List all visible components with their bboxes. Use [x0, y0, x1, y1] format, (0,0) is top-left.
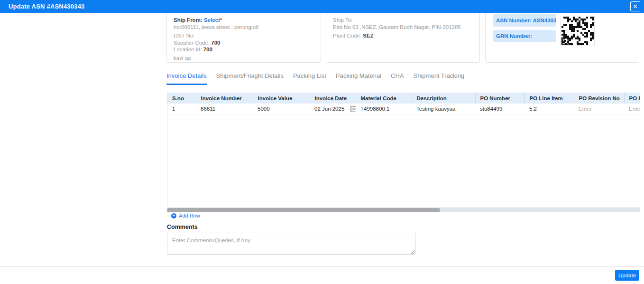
table-row: 1 66611 5000 02 Jun 2025 [167, 104, 640, 114]
ship-from-header: Ship From: Select* [174, 18, 314, 23]
location-id-label: Location Id: [174, 47, 202, 52]
col-description: Description [412, 93, 475, 104]
po-revision-no-placeholder: Enter [579, 106, 592, 112]
col-invoice-number: Invoice Number [196, 93, 253, 104]
detail-tabs: Invoice Details Shipment/Freight Details… [166, 72, 464, 85]
required-asterisk: * [220, 17, 222, 23]
close-icon: ✕ [633, 3, 638, 9]
col-po-line-item: PO Line Item [524, 93, 574, 104]
ship-from-card: Ship From: Select* no:000111, jeeva stre… [166, 12, 321, 63]
invoice-date-value[interactable]: 02 Jun 2025 [314, 106, 344, 112]
po-re-placeholder: Enter [629, 106, 640, 112]
cell-invoice-value[interactable]: 5000 [253, 104, 310, 114]
tab-cha[interactable]: CHA [391, 72, 404, 85]
comments-input[interactable] [167, 233, 415, 255]
col-po-number: PO Number [475, 93, 524, 104]
cell-po-re[interactable]: Enter [624, 104, 640, 114]
gst-no-label: GST No: [174, 33, 314, 39]
supplier-code-line: Supplier Code: 700 [174, 40, 314, 46]
tab-packing-list[interactable]: Packing List [293, 72, 326, 85]
qr-code-image [561, 16, 595, 46]
tab-shipment-tracking[interactable]: Shipment Tracking [414, 72, 465, 85]
plant-code-label: Plant Code: [333, 33, 361, 38]
supplier-code-label: Supplier Code: [174, 40, 210, 46]
cell-description[interactable]: Testing kaavyaa [412, 104, 475, 114]
cell-po-number[interactable]: stu84499 [475, 104, 524, 114]
col-po-re: PO Re [624, 93, 640, 104]
location-id-line: Location Id: 700 [174, 47, 314, 53]
cell-po-line-item[interactable]: 5.2 [524, 104, 574, 114]
update-button[interactable]: Update [615, 270, 639, 281]
cell-invoice-date[interactable]: 02 Jun 2025 [310, 104, 356, 114]
scrollbar-thumb[interactable] [167, 208, 440, 212]
ship-to-address: Plot No 63 ,NSEZ,,Gautam Budh Nagar, PIN… [333, 25, 473, 30]
calendar-icon[interactable] [350, 105, 356, 112]
col-sno: S.no [167, 93, 196, 104]
col-material-code: Material Code [356, 93, 412, 104]
dialog-title: Update ASN #ASN430343 [9, 3, 85, 10]
asn-number-badge: ASN Number: ASN430343 [493, 14, 556, 27]
supplier-code-value: 700 [211, 40, 220, 46]
col-po-revision-no: PO Revision No [574, 93, 624, 104]
invoice-table: S.no Invoice Number Invoice Value Invoic… [167, 93, 640, 208]
plant-code-value: SEZ [363, 33, 373, 38]
tab-packing-material[interactable]: Packing Material [336, 72, 381, 85]
comments-label: Comments [167, 224, 198, 230]
left-panel-divider [160, 13, 160, 266]
asn-grn-card: ASN Number: ASN430343 GRN Number: [485, 12, 639, 63]
close-button[interactable]: ✕ [630, 1, 640, 11]
ship-from-label: Ship From: [174, 17, 202, 23]
cell-sno: 1 [167, 104, 196, 114]
add-circle-icon: + [171, 213, 176, 218]
update-asn-dialog: Update ASN #ASN430343 ✕ Ship From: Selec… [0, 0, 644, 284]
contact-detail: 987654345 | 700@yopmail.com [174, 62, 314, 63]
col-invoice-date: Invoice Date [310, 93, 356, 104]
table-horizontal-scrollbar[interactable] [167, 208, 640, 212]
ship-to-label: Ship To: [333, 18, 473, 23]
ship-to-card: Ship To: Plot No 63 ,NSEZ,,Gautam Budh N… [326, 12, 480, 63]
add-row-button[interactable]: + Add Row [171, 213, 200, 218]
grn-number-badge: GRN Number: [493, 30, 556, 42]
plant-code-line: Plant Code: SEZ [333, 33, 473, 39]
ship-from-select-link[interactable]: Select [204, 17, 220, 23]
cell-material-code[interactable]: T4998800.1 [356, 104, 412, 114]
cell-po-revision-no[interactable]: Enter [574, 104, 624, 114]
ship-from-address: no:000111, jeeva street , perungudi [174, 25, 314, 30]
location-id-value: 700 [203, 47, 212, 52]
contact-name: kavi qa [174, 56, 314, 61]
dialog-titlebar: Update ASN #ASN430343 ✕ [0, 0, 644, 13]
tab-shipment-freight-details[interactable]: Shipment/Freight Details [216, 72, 284, 85]
tab-invoice-details[interactable]: Invoice Details [166, 72, 207, 85]
add-row-label: Add Row [179, 213, 200, 218]
col-invoice-value: Invoice Value [253, 93, 310, 104]
footer-divider [0, 266, 644, 267]
cell-invoice-number[interactable]: 66611 [196, 104, 253, 114]
table-header-row: S.no Invoice Number Invoice Value Invoic… [167, 93, 640, 104]
